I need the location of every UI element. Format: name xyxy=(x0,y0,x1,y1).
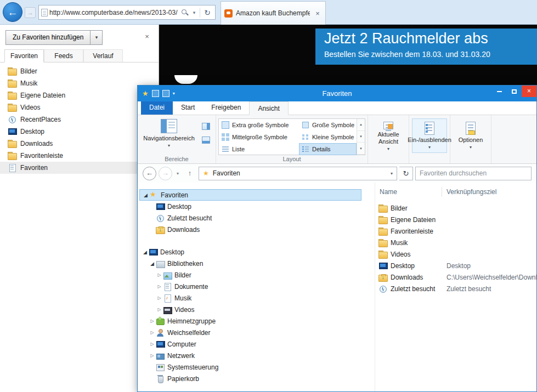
file-row[interactable]: Zuletzt besucht Zuletzt besucht xyxy=(375,283,536,294)
close-button[interactable]: × xyxy=(522,86,536,97)
expand-arrow-icon[interactable]: ◢ xyxy=(149,261,156,266)
tree-item-bibliotheken[interactable]: ◢ Bibliotheken xyxy=(138,258,375,269)
tree-item-desktop-root[interactable]: ◢ Desktop xyxy=(138,246,375,258)
file-row[interactable]: Videos xyxy=(375,248,536,260)
tab-verlauf[interactable]: Verlauf xyxy=(83,49,123,62)
tree-item-dokumente[interactable]: ▷ Dokumente xyxy=(138,281,375,292)
address-bar[interactable]: ▾ ↻ xyxy=(38,5,216,20)
column-header-name[interactable]: Name xyxy=(375,187,442,197)
minimize-button[interactable] xyxy=(492,86,507,97)
nav-forward-button[interactable]: → xyxy=(159,167,172,180)
tree-item-videos[interactable]: ▷ Videos xyxy=(138,304,375,315)
new-folder-icon[interactable] xyxy=(162,90,169,97)
tree-item-weichselfelder[interactable]: ▷ Weichselfelder xyxy=(138,327,375,338)
tree-item-downloads[interactable]: Downloads xyxy=(138,224,375,235)
file-row[interactable]: Bilder xyxy=(375,202,536,214)
ribbon-tab-datei[interactable]: Datei xyxy=(141,101,173,115)
collapse-arrow-icon[interactable]: ▷ xyxy=(149,353,156,358)
ribbon-tab-freigeben[interactable]: Freigeben xyxy=(203,101,249,115)
favorites-item[interactable]: Favoriten xyxy=(0,162,159,174)
details-pane-button[interactable] xyxy=(199,134,212,146)
qat-dropdown-icon[interactable]: ▾ xyxy=(173,91,175,96)
ad-banner[interactable]: Jetzt 2 Rauchmelder abs Bestellen Sie zw… xyxy=(315,29,537,65)
nav-back-button[interactable]: ← xyxy=(143,167,156,180)
expand-arrow-icon[interactable]: ◢ xyxy=(142,249,149,255)
tab-feeds[interactable]: Feeds xyxy=(44,49,83,62)
preview-pane-button[interactable] xyxy=(199,121,212,132)
collapse-arrow-icon[interactable]: ▷ xyxy=(149,330,156,335)
layout-option-list[interactable]: Liste xyxy=(219,143,299,155)
gallery-more-button[interactable]: ▼ xyxy=(357,143,365,155)
tree-item-recent[interactable]: Zuletzt besucht xyxy=(138,212,375,224)
tree-item-computer[interactable]: ▷ Computer xyxy=(138,338,375,350)
favorites-item[interactable]: Desktop xyxy=(0,126,159,138)
column-header-target[interactable]: Verknüpfungsziel xyxy=(442,188,536,196)
favorites-item[interactable]: Downloads xyxy=(0,138,159,150)
tree-item-heimnetzgruppe[interactable]: ▷ Heimnetzgruppe xyxy=(138,315,375,327)
file-row[interactable]: Musik xyxy=(375,237,536,248)
tab-close-button[interactable]: × xyxy=(313,9,322,18)
favorites-item[interactable]: Musik xyxy=(0,77,159,89)
favorites-item[interactable]: RecentPlaces xyxy=(0,113,159,126)
collapse-arrow-icon[interactable]: ▷ xyxy=(156,284,163,289)
tree-item-netzwerk[interactable]: ▷ Netzwerk xyxy=(138,350,375,361)
file-row[interactable]: Eigene Dateien xyxy=(375,214,536,225)
browser-tab[interactable]: Amazon kauft Buchempfeh... × xyxy=(221,1,326,25)
tree-item-papierkorb[interactable]: Papierkorb xyxy=(138,373,375,384)
options-button[interactable]: Optionen ▾ xyxy=(453,118,488,153)
layout-option-large[interactable]: Große Symbole xyxy=(299,119,357,131)
search-box[interactable] xyxy=(415,167,532,180)
folder-icon xyxy=(8,139,16,148)
layout-option-small[interactable]: Kleine Symbole xyxy=(299,131,357,143)
layout-option-details[interactable]: Details xyxy=(299,143,357,155)
favorites-item[interactable]: Favoritenleiste xyxy=(0,150,159,162)
favorites-item[interactable]: Eigene Dateien xyxy=(0,89,159,101)
tree-item-bilder[interactable]: ▷ Bilder xyxy=(138,269,375,281)
gallery-scroll-down[interactable]: ▼ xyxy=(357,131,365,143)
favorites-panel-close-button[interactable]: × xyxy=(142,31,152,41)
collapse-arrow-icon[interactable]: ▷ xyxy=(149,319,156,323)
file-row[interactable]: Downloads C:\Users\Weichselfelder\Downlo… xyxy=(375,271,536,283)
browser-back-button[interactable]: ← xyxy=(3,2,22,22)
address-dropdown-icon[interactable]: ▾ xyxy=(190,10,198,15)
current-view-button[interactable]: Aktuelle Ansicht ▾ xyxy=(371,118,406,153)
history-dropdown-icon[interactable]: ▾ xyxy=(174,171,181,176)
layout-option-extra-large[interactable]: Extra große Symbole xyxy=(219,119,299,131)
collapse-arrow-icon[interactable]: ▷ xyxy=(156,307,163,312)
explorer-refresh-button[interactable]: ↻ xyxy=(399,167,413,180)
url-input[interactable] xyxy=(49,9,179,16)
maximize-button[interactable] xyxy=(507,86,522,97)
navigation-pane-button[interactable]: Navigationsbereich ▾ xyxy=(140,117,198,155)
gallery-scroll-up[interactable]: ▲ xyxy=(357,119,365,131)
add-to-favorites-button[interactable]: Zu Favoriten hinzufügen xyxy=(5,30,91,45)
search-input[interactable] xyxy=(420,169,527,177)
layout-option-medium[interactable]: Mittelgroße Symbole xyxy=(219,131,299,143)
breadcrumb-location[interactable]: Favoriten xyxy=(213,169,240,177)
collapse-arrow-icon[interactable]: ▷ xyxy=(156,296,163,300)
browser-forward-button[interactable]: → xyxy=(25,7,36,18)
title-bar[interactable]: ★ ▾ Favoriten × xyxy=(138,86,536,101)
tree-item-systemsteuerung[interactable]: Systemsteuerung xyxy=(138,361,375,373)
breadcrumb-dropdown-icon[interactable]: ▾ xyxy=(391,171,393,176)
tree-item-musik[interactable]: ▷ Musik xyxy=(138,292,375,304)
favorites-item[interactable]: Videos xyxy=(0,101,159,113)
favorites-item[interactable]: Bilder xyxy=(0,65,159,77)
up-button[interactable]: ↑ xyxy=(183,167,196,180)
tree-item-favoriten[interactable]: ◢ Favoriten xyxy=(139,189,361,201)
search-icon[interactable] xyxy=(181,9,189,16)
folder-icon xyxy=(378,238,387,247)
file-row[interactable]: Desktop Desktop xyxy=(375,260,536,271)
show-hide-button[interactable]: Ein-/ausblenden ▾ xyxy=(412,118,447,153)
breadcrumb[interactable]: ★ Favoriten ▾ xyxy=(199,167,397,180)
expand-arrow-icon[interactable]: ◢ xyxy=(142,192,149,198)
add-to-favorites-dropdown[interactable]: ▾ xyxy=(91,30,103,45)
tree-item-desktop-link[interactable]: Desktop xyxy=(138,201,375,212)
ribbon-tab-ansicht[interactable]: Ansicht xyxy=(249,101,288,115)
refresh-button[interactable]: ↻ xyxy=(202,8,213,17)
properties-icon[interactable] xyxy=(152,90,159,97)
collapse-arrow-icon[interactable]: ▷ xyxy=(149,342,156,346)
ribbon-tab-start[interactable]: Start xyxy=(173,101,203,115)
tab-favoriten[interactable]: Favoriten xyxy=(4,49,44,63)
file-row[interactable]: Favoritenleiste xyxy=(375,225,536,237)
collapse-arrow-icon[interactable]: ▷ xyxy=(156,272,163,277)
